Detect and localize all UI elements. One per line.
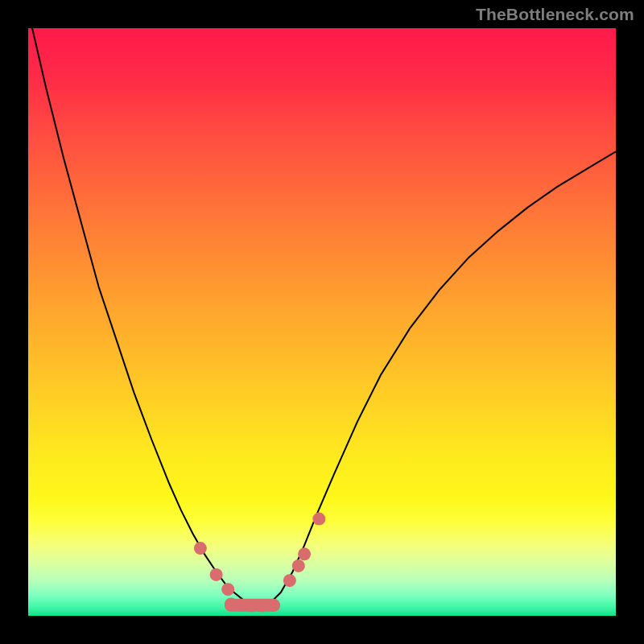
chart-container: TheBottleneck.com [0, 0, 644, 644]
plot-area [28, 28, 616, 616]
curve-marker [292, 559, 305, 572]
curve-marker [194, 542, 207, 555]
curve-marker [221, 583, 234, 596]
curve-layer [28, 28, 616, 616]
curve-marker [283, 574, 296, 587]
curve-markers [194, 513, 325, 613]
curve-marker [210, 568, 223, 581]
watermark-label: TheBottleneck.com [476, 5, 634, 24]
curve-marker [312, 513, 325, 526]
curve-marker [266, 599, 279, 612]
curve-marker [298, 547, 311, 560]
